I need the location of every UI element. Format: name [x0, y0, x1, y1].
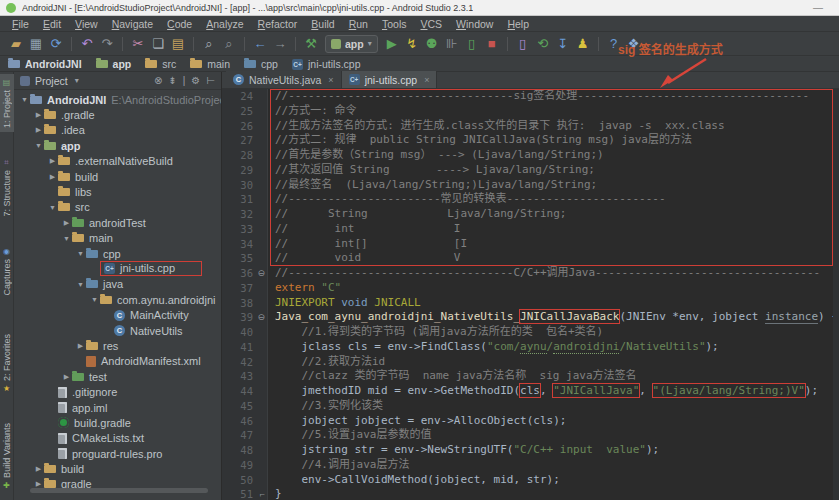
- save-icon[interactable]: ▦: [26, 33, 46, 55]
- tree-item-build[interactable]: ▶build: [14, 169, 221, 184]
- forward-icon[interactable]: →: [270, 33, 290, 55]
- fold-marker-icon[interactable]: ⌐: [260, 487, 265, 500]
- debug-icon[interactable]: ⚉: [422, 33, 442, 55]
- back-icon[interactable]: ←: [250, 33, 270, 55]
- instant-run-icon[interactable]: ↯: [402, 33, 422, 55]
- chevron-right-icon[interactable]: ▶: [33, 465, 44, 473]
- run-device-icon[interactable]: ▯: [462, 33, 482, 55]
- tree-item-proguard-rules-pro[interactable]: proguard-rules.pro: [14, 446, 221, 461]
- menu-file[interactable]: File: [6, 18, 35, 30]
- tree-item-androidtest[interactable]: ▶androidTest: [14, 215, 221, 230]
- profile-icon[interactable]: ⊪: [442, 33, 462, 55]
- attach-debugger-icon[interactable]: ♟: [573, 33, 593, 55]
- breadcrumb-jni-utils-cpp[interactable]: C+jni-utils.cpp: [292, 58, 361, 70]
- undo-icon[interactable]: ↶: [77, 33, 97, 55]
- stripe-1-project[interactable]: ▤1: Project: [0, 74, 14, 132]
- menu-vcs[interactable]: VCS: [414, 18, 448, 30]
- avd-manager-icon[interactable]: ▯: [513, 33, 533, 55]
- chevron-right-icon[interactable]: ▶: [75, 342, 86, 350]
- menu-code[interactable]: Code: [161, 18, 198, 30]
- hide-panel-icon[interactable]: ⊢: [206, 75, 215, 86]
- chevron-right-icon[interactable]: ▶: [33, 111, 44, 119]
- sync-files-icon[interactable]: ⟳: [46, 33, 66, 55]
- replace-icon[interactable]: ⌕: [219, 33, 239, 55]
- fold-marker-icon[interactable]: ⊖: [257, 266, 265, 281]
- stop-icon[interactable]: ■: [482, 33, 502, 55]
- tab-jni-utils-cpp[interactable]: C+jni-utils.cpp×: [342, 71, 438, 88]
- breadcrumb-src[interactable]: src: [145, 58, 176, 70]
- project-panel-title[interactable]: Project: [35, 75, 68, 87]
- tree-item-androidmanifest-xml[interactable]: AndroidManifest.xml: [14, 354, 221, 369]
- breadcrumb-cpp[interactable]: cpp: [244, 58, 278, 70]
- tree-item-externalnativebuild[interactable]: ▶.externalNativeBuild: [14, 154, 221, 169]
- chevron-right-icon[interactable]: ▶: [47, 173, 58, 181]
- stripe-7-structure[interactable]: ⌗7: Structure: [0, 154, 14, 221]
- tree-item-libs[interactable]: libs: [14, 184, 221, 199]
- tree-item-gradle[interactable]: ▶.gradle: [14, 107, 221, 122]
- tree-item-build-gradle[interactable]: build.gradle: [14, 415, 221, 430]
- close-icon[interactable]: ×: [424, 75, 429, 85]
- copy-icon[interactable]: ❏: [148, 33, 168, 55]
- tree-horizontal-scrollbar[interactable]: [30, 488, 208, 493]
- tree-item-src[interactable]: ▼src: [14, 200, 221, 215]
- close-icon[interactable]: ×: [328, 75, 333, 85]
- build-icon[interactable]: ⚒: [301, 33, 321, 55]
- open-folder-icon[interactable]: ▰: [6, 33, 26, 55]
- tab-nativeutils-java[interactable]: CNativeUtils.java×: [226, 71, 342, 88]
- run-config-select[interactable]: app▾: [325, 35, 378, 53]
- tree-item-androidjni[interactable]: ▼AndroidJNIE:\AndroidStudioProject\An: [14, 92, 221, 107]
- menu-analyze[interactable]: Analyze: [200, 18, 249, 30]
- menu-view[interactable]: View: [69, 18, 104, 30]
- chevron-down-icon[interactable]: ▼: [33, 142, 44, 149]
- minimize-button[interactable]: —: [803, 2, 833, 13]
- chevron-right-icon[interactable]: ▶: [61, 219, 72, 227]
- tree-item-jni-utils-cpp[interactable]: C+jni-utils.cpp: [14, 261, 221, 276]
- stripe-build-variants[interactable]: Build Variants✚: [0, 419, 14, 494]
- tree-item-java[interactable]: ▼java: [14, 277, 221, 292]
- menu-edit[interactable]: Edit: [37, 18, 67, 30]
- chevron-down-icon[interactable]: ▼: [19, 96, 30, 103]
- tree-item-app-iml[interactable]: app.iml: [14, 400, 221, 415]
- tree-item-main[interactable]: ▼main: [14, 231, 221, 246]
- chevron-right-icon[interactable]: ▶: [33, 126, 44, 134]
- menu-build[interactable]: Build: [305, 18, 340, 30]
- menu-navigate[interactable]: Navigate: [106, 18, 159, 30]
- tree-item-app[interactable]: ▼app: [14, 138, 221, 153]
- breadcrumb-main[interactable]: main: [190, 58, 230, 70]
- tree-item-idea[interactable]: ▶.idea: [14, 123, 221, 138]
- gradle-sync-icon[interactable]: ⟲: [533, 33, 553, 55]
- menu-refactor[interactable]: Refactor: [252, 18, 304, 30]
- menu-help[interactable]: Help: [501, 18, 535, 30]
- find-icon[interactable]: ⌕: [199, 33, 219, 55]
- collapse-all-icon[interactable]: ⇟: [168, 75, 176, 86]
- locate-file-icon[interactable]: ⊗: [154, 75, 162, 86]
- chevron-right-icon[interactable]: ▶: [61, 373, 72, 381]
- settings-icon[interactable]: ⚙: [191, 75, 200, 86]
- code-area[interactable]: //----------------------------------sig签…: [268, 89, 839, 500]
- chevron-down-icon[interactable]: ▼: [61, 235, 72, 242]
- menu-tools[interactable]: Tools: [376, 18, 413, 30]
- breadcrumb-app[interactable]: app: [96, 58, 132, 70]
- tree-item-com-aynu-androidjni[interactable]: ▼com.aynu.androidjni: [14, 292, 221, 307]
- cut-icon[interactable]: ✂: [128, 33, 148, 55]
- paste-icon[interactable]: ▤: [168, 33, 188, 55]
- tree-item-cpp[interactable]: ▼cpp: [14, 246, 221, 261]
- chevron-down-icon[interactable]: ▼: [75, 281, 86, 288]
- stripe-captures[interactable]: ◉Captures: [0, 243, 14, 300]
- project-view-dropdown[interactable]: ▾: [75, 76, 79, 85]
- breadcrumb-androidjni[interactable]: AndroidJNI: [8, 58, 82, 70]
- tree-item-cmakelists-txt[interactable]: CMakeLists.txt: [14, 431, 221, 446]
- tree-item-mainactivity[interactable]: CMainActivity: [14, 307, 221, 322]
- chevron-right-icon[interactable]: ▶: [47, 157, 58, 165]
- chevron-down-icon[interactable]: ▼: [47, 204, 58, 211]
- fold-marker-icon[interactable]: ⊖: [257, 310, 265, 325]
- sdk-manager-icon[interactable]: ↧: [553, 33, 573, 55]
- tree-item-nativeutils[interactable]: CNativeUtils: [14, 323, 221, 338]
- chevron-down-icon[interactable]: ▼: [75, 250, 86, 257]
- chevron-down-icon[interactable]: ▼: [89, 296, 100, 303]
- stripe-2-favorites[interactable]: 2: Favorites★: [0, 330, 14, 397]
- tree-item-build[interactable]: ▶build: [14, 461, 221, 476]
- tree-item-test[interactable]: ▶test: [14, 369, 221, 384]
- run-icon[interactable]: ▶: [382, 33, 402, 55]
- editor-scrollbar[interactable]: [833, 89, 839, 500]
